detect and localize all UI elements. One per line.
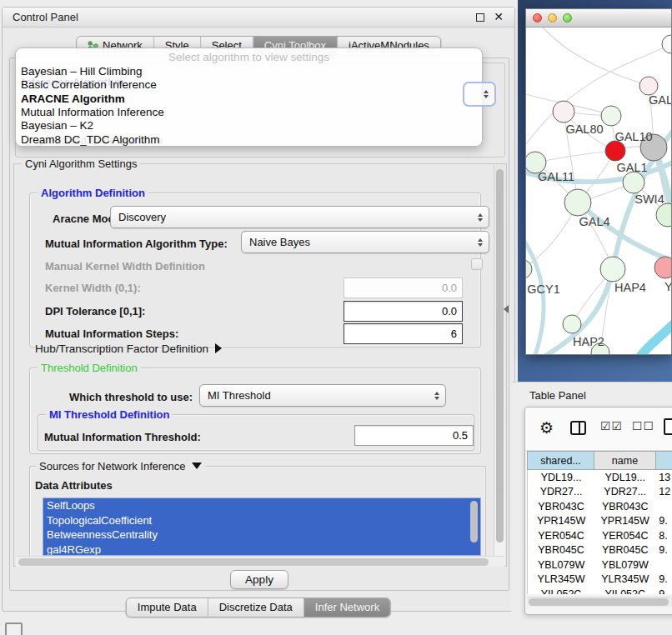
manual-kernel-checkbox[interactable] — [471, 258, 483, 270]
close-icon[interactable]: ✕ — [494, 10, 504, 23]
apply-button[interactable]: Apply — [230, 570, 288, 589]
kernel-width-field[interactable] — [344, 278, 463, 298]
column-header-shared-name[interactable]: shared... — [527, 451, 594, 470]
select-all-columns-icon[interactable]: ☑☑ — [600, 419, 623, 432]
table-cell[interactable]: YDR27... — [594, 485, 655, 500]
table-cell[interactable]: 9. — [655, 543, 672, 558]
minimize-traffic-light-icon[interactable] — [548, 13, 557, 22]
column-view-icon[interactable] — [570, 421, 586, 435]
table-cell[interactable]: 12 — [655, 485, 672, 500]
network-node-label: GAL10 — [614, 130, 652, 143]
network-node-hap2[interactable] — [563, 315, 581, 333]
settings-hscrollbar[interactable] — [16, 556, 504, 567]
table-row[interactable]: YBR045C YBR045C 9. — [528, 543, 672, 558]
network-node-label: HAP2 — [573, 335, 604, 348]
which-threshold-combo[interactable]: MI Threshold — [199, 384, 446, 407]
unselect-all-columns-icon[interactable]: ☐☐ — [632, 419, 654, 432]
table-cell[interactable] — [655, 558, 672, 572]
list-item[interactable]: gal4RGexp — [43, 542, 480, 557]
table-cell[interactable]: YDL19... — [528, 470, 594, 485]
algorithm-option[interactable]: Dream8 DC_TDC Algorithm — [17, 133, 467, 147]
settings-vscrollbar-thumb[interactable] — [496, 169, 504, 542]
column-header-partial[interactable] — [656, 451, 672, 470]
bottom-left-partial-icon[interactable] — [5, 622, 23, 635]
table-cell[interactable]: 8. — [655, 528, 672, 543]
table-cell[interactable] — [655, 499, 672, 514]
tab-discretize-data[interactable]: Discretize Data — [208, 598, 303, 617]
table-cell[interactable]: YPR145W — [594, 514, 655, 529]
table-row[interactable]: YLR345W YLR345W 9. — [528, 572, 672, 588]
network-node-salmon[interactable] — [654, 257, 671, 278]
table-cell[interactable]: YBR043C — [528, 499, 594, 514]
table-hscrollbar[interactable] — [527, 597, 672, 607]
table-row[interactable]: YDR27... YDR27... 12 — [528, 485, 672, 500]
table-cell[interactable]: YLR345W — [594, 572, 655, 588]
list-item[interactable]: SelfLoops — [43, 498, 480, 513]
table-cell[interactable]: 9 — [655, 587, 672, 594]
table-cell[interactable]: YIL052C — [594, 587, 655, 594]
aracne-mode-combo[interactable]: Discovery — [110, 206, 489, 228]
table-cell[interactable]: YBR045C — [594, 543, 655, 558]
table-hscrollbar-thumb[interactable] — [529, 598, 669, 606]
table-cell[interactable]: YBR045C — [528, 543, 594, 558]
network-node[interactable] — [662, 35, 671, 53]
mi-type-combo[interactable]: Naive Bayes — [241, 231, 489, 253]
gear-icon[interactable]: ⚙ — [539, 418, 554, 438]
hub-definition-toggle[interactable]: Hub/Transcription Factor Definition — [35, 342, 222, 355]
table-row[interactable]: YPR145W YPR145W 9. — [528, 514, 672, 529]
sources-toggle[interactable]: Sources for Network Inference — [36, 460, 205, 472]
algorithm-option[interactable]: Mutual Information Inference — [17, 106, 467, 119]
table-cell[interactable]: YPR145W — [528, 514, 594, 529]
algorithm-option[interactable]: Bayesian – K2 — [17, 119, 467, 132]
network-node-swi4[interactable] — [623, 172, 644, 193]
export-table-icon[interactable] — [664, 418, 672, 435]
table-row[interactable]: YBL079W YBL079W — [528, 558, 672, 572]
network-node-gal80[interactable] — [553, 101, 574, 122]
algorithm-option[interactable]: Basic Correlation Inference — [17, 78, 467, 92]
table-cell[interactable]: 13 — [655, 470, 672, 485]
table-cell[interactable]: YBL079W — [594, 558, 655, 572]
dpi-tolerance-field[interactable] — [344, 301, 463, 322]
table-row[interactable]: YDL19... YDL19... 13 — [528, 470, 672, 485]
table-row[interactable]: YBR043C YBR043C — [528, 499, 672, 514]
network-node-label: GAL11 — [538, 170, 574, 183]
table-cell[interactable]: YDR27... — [528, 485, 594, 500]
column-header-name[interactable]: name — [594, 451, 656, 470]
network-node-gal1-selected[interactable] — [605, 141, 625, 161]
tab-infer-network[interactable]: Infer Network — [303, 598, 390, 617]
network-node-gal4[interactable] — [564, 189, 591, 216]
list-vscrollbar-thumb[interactable] — [470, 501, 478, 542]
network-node-gal10[interactable] — [601, 106, 621, 126]
settings-vscrollbar[interactable] — [494, 165, 505, 565]
mi-steps-field[interactable] — [344, 323, 463, 344]
algorithm-option-selected[interactable]: ARACNE Algorithm — [17, 92, 467, 106]
table-row[interactable]: YIL052C YIL052C 9 — [528, 587, 672, 594]
splitpane-collapse-arrow-icon[interactable] — [504, 305, 509, 313]
algorithm-option[interactable]: Bayesian – Hill Climbing — [17, 65, 467, 78]
table-cell[interactable]: YBR043C — [594, 499, 655, 514]
table-cell[interactable]: YBL079W — [528, 558, 594, 572]
table-row[interactable]: YER054C YER054C 8. — [528, 528, 672, 543]
table-cell[interactable]: YDL19... — [594, 470, 655, 485]
table-cell[interactable]: 9. — [655, 572, 672, 588]
table-cell[interactable]: YER054C — [594, 528, 655, 543]
network-node[interactable] — [639, 77, 658, 95]
close-traffic-light-icon[interactable] — [533, 13, 542, 22]
table-panel-region: Table Panel ⚙ ☑☑ ☐☐ shared... name YDL19… — [511, 382, 672, 635]
list-item[interactable]: TopologicalCoefficient — [43, 513, 480, 528]
cyni-bottom-tab-bar: Impute Data Discretize Data Infer Networ… — [126, 598, 391, 618]
table-cell[interactable]: YER054C — [528, 528, 594, 543]
network-canvas[interactable]: GAL GAL80 GAL10 GAL1 GAL11 SWI4 GAL4 GCY… — [526, 28, 671, 354]
mi-threshold-field[interactable] — [354, 425, 474, 446]
network-node[interactable] — [656, 203, 671, 227]
settings-hscrollbar-thumb[interactable] — [18, 558, 489, 566]
zoom-traffic-light-icon[interactable] — [563, 13, 572, 22]
table-cell[interactable]: YLR345W — [528, 572, 594, 588]
table-cell[interactable]: 9. — [655, 514, 672, 529]
table-cell[interactable]: YIL052C — [528, 587, 594, 594]
network-node-hap4[interactable] — [600, 257, 625, 282]
tab-impute-data[interactable]: Impute Data — [127, 598, 208, 617]
list-item[interactable]: BetweennessCentrality — [43, 528, 480, 542]
float-window-icon[interactable] — [476, 13, 484, 22]
control-panel-titlebar: Control Panel ✕ — [3, 8, 514, 28]
